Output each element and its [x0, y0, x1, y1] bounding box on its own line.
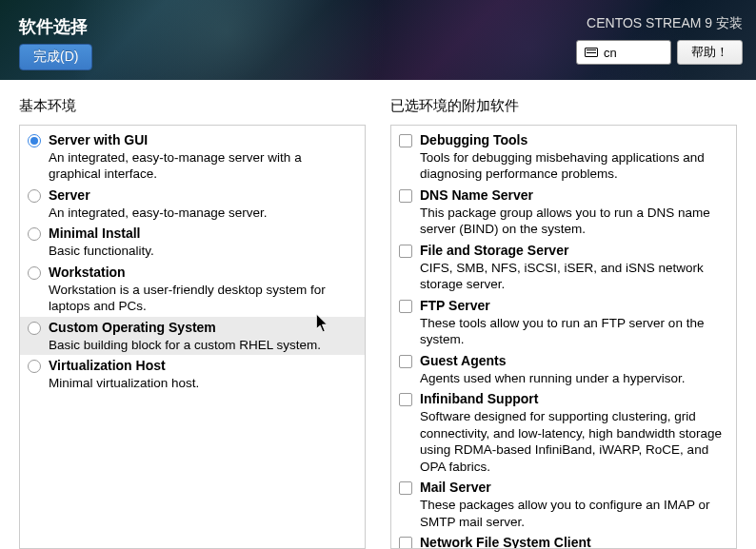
header-left: 软件选择 完成(D)	[19, 15, 92, 70]
content: 基本环境 Server with GUIAn integrated, easy-…	[0, 80, 756, 549]
item-text: WorkstationWorkstation is a user-friendl…	[49, 264, 353, 315]
item-name: Server with GUI	[49, 131, 353, 149]
item-desc: These tools allow you to run an FTP serv…	[420, 315, 725, 348]
item-name: Workstation	[49, 264, 353, 282]
environment-item[interactable]: Minimal InstallBasic functionality.	[20, 223, 365, 261]
item-text: Debugging ToolsTools for debugging misbe…	[420, 131, 725, 183]
item-name: Debugging Tools	[420, 131, 725, 149]
product-label: CENTOS STREAM 9 安装	[587, 15, 743, 32]
checkbox[interactable]	[399, 134, 412, 147]
item-name: File and Storage Server	[420, 242, 725, 260]
item-desc: Basic building block for a custom RHEL s…	[49, 337, 353, 354]
environment-item[interactable]: Custom Operating SystemBasic building bl…	[20, 317, 365, 355]
keyboard-layout-selector[interactable]: cn	[576, 40, 671, 65]
item-text: Guest AgentsAgents used when running und…	[420, 352, 725, 386]
checkbox[interactable]	[399, 393, 412, 406]
item-text: Custom Operating SystemBasic building bl…	[49, 319, 353, 353]
item-desc: Tools for debugging misbehaving applicat…	[420, 149, 725, 183]
environment-list[interactable]: Server with GUIAn integrated, easy-to-ma…	[19, 125, 366, 549]
item-desc: An integrated, easy-to-manage server.	[49, 205, 353, 222]
item-desc: This package group allows you to run a D…	[420, 205, 725, 238]
keyboard-icon	[585, 48, 598, 57]
checkbox[interactable]	[399, 537, 412, 549]
addon-list[interactable]: Debugging ToolsTools for debugging misbe…	[390, 125, 737, 549]
item-desc: Software designed for supporting cluster…	[420, 408, 725, 475]
radio-button[interactable]	[28, 360, 41, 373]
environment-item[interactable]: ServerAn integrated, easy-to-manage serv…	[20, 185, 365, 223]
done-button[interactable]: 完成(D)	[19, 44, 92, 70]
item-text: Network File System Client	[420, 534, 725, 549]
radio-button[interactable]	[28, 134, 41, 147]
item-text: Server with GUIAn integrated, easy-to-ma…	[49, 131, 353, 183]
item-desc: Basic functionality.	[49, 243, 353, 260]
item-name: Mail Server	[420, 479, 725, 497]
environment-item[interactable]: Virtualization HostMinimal virtualizatio…	[20, 355, 365, 393]
checkbox[interactable]	[399, 300, 412, 313]
base-environment-column: 基本环境 Server with GUIAn integrated, easy-…	[19, 97, 366, 549]
item-desc: These packages allow you to configure an…	[420, 497, 725, 530]
addon-item[interactable]: Guest AgentsAgents used when running und…	[391, 350, 736, 388]
radio-button[interactable]	[28, 227, 41, 241]
radio-button[interactable]	[28, 322, 41, 335]
item-text: Minimal InstallBasic functionality.	[49, 225, 353, 259]
checkbox[interactable]	[399, 189, 412, 203]
item-text: Virtualization HostMinimal virtualizatio…	[49, 357, 353, 391]
addon-item[interactable]: Infiniband SupportSoftware designed for …	[391, 388, 736, 477]
installer-header: 软件选择 完成(D) CENTOS STREAM 9 安装 cn 帮助！	[0, 0, 756, 80]
addon-item[interactable]: Network File System Client	[391, 532, 736, 549]
item-name: DNS Name Server	[420, 186, 725, 205]
item-desc: Minimal virtualization host.	[49, 375, 353, 392]
page-title: 软件选择	[19, 15, 92, 38]
item-name: Network File System Client	[420, 534, 725, 549]
header-controls: cn 帮助！	[576, 40, 743, 65]
addon-item[interactable]: Mail ServerThese packages allow you to c…	[391, 477, 736, 532]
header-right: CENTOS STREAM 9 安装 cn 帮助！	[576, 15, 743, 65]
base-environment-title: 基本环境	[19, 97, 366, 115]
item-text: File and Storage ServerCIFS, SMB, NFS, i…	[420, 242, 725, 293]
addon-item[interactable]: Debugging ToolsTools for debugging misbe…	[391, 129, 736, 185]
addons-title: 已选环境的附加软件	[390, 97, 737, 115]
radio-button[interactable]	[28, 266, 41, 280]
item-text: Mail ServerThese packages allow you to c…	[420, 479, 725, 530]
addon-item[interactable]: FTP ServerThese tools allow you to run a…	[391, 295, 736, 350]
radio-button[interactable]	[28, 189, 41, 203]
addons-column: 已选环境的附加软件 Debugging ToolsTools for debug…	[390, 97, 737, 549]
item-name: Server	[49, 186, 353, 205]
environment-item[interactable]: Server with GUIAn integrated, easy-to-ma…	[20, 129, 365, 185]
item-name: Custom Operating System	[49, 319, 353, 337]
checkbox[interactable]	[399, 355, 412, 368]
checkbox[interactable]	[399, 481, 412, 495]
keyboard-layout-label: cn	[604, 46, 617, 60]
item-name: Virtualization Host	[49, 357, 353, 375]
environment-item[interactable]: WorkstationWorkstation is a user-friendl…	[20, 262, 365, 317]
item-name: Minimal Install	[49, 225, 353, 243]
addon-item[interactable]: File and Storage ServerCIFS, SMB, NFS, i…	[391, 240, 736, 295]
item-desc: CIFS, SMB, NFS, iSCSI, iSER, and iSNS ne…	[420, 260, 725, 293]
item-text: FTP ServerThese tools allow you to run a…	[420, 297, 725, 348]
item-desc: Workstation is a user-friendly desktop s…	[49, 282, 353, 315]
item-name: Infiniband Support	[420, 390, 725, 408]
item-desc: An integrated, easy-to-manage server wit…	[49, 149, 353, 183]
item-name: Guest Agents	[420, 352, 725, 370]
item-name: FTP Server	[420, 297, 725, 315]
help-button[interactable]: 帮助！	[677, 40, 743, 65]
addon-item[interactable]: DNS Name ServerThis package group allows…	[391, 185, 736, 240]
item-text: Infiniband SupportSoftware designed for …	[420, 390, 725, 475]
checkbox[interactable]	[399, 245, 412, 258]
item-text: DNS Name ServerThis package group allows…	[420, 186, 725, 238]
item-text: ServerAn integrated, easy-to-manage serv…	[49, 186, 353, 221]
item-desc: Agents used when running under a hypervi…	[420, 370, 725, 387]
